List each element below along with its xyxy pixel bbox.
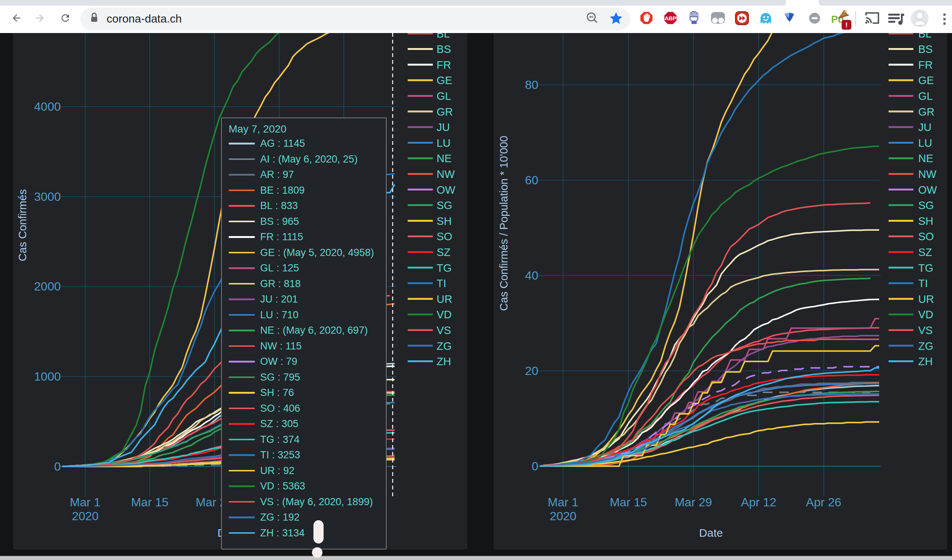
svg-text:Mar 1: Mar 1	[70, 495, 100, 509]
svg-text:NW: NW	[918, 168, 937, 180]
svg-text:Apr 12: Apr 12	[741, 495, 776, 509]
svg-text:GE: GE	[437, 74, 452, 86]
svg-text:TI: TI	[918, 278, 928, 289]
svg-text:VD: VD	[918, 309, 933, 321]
svg-text:SO: SO	[437, 230, 452, 242]
svg-text:2000: 2000	[34, 280, 61, 293]
svg-text:Cas Confirmés: Cas Confirmés	[17, 189, 29, 261]
svg-text:ZG: ZG	[918, 340, 933, 352]
svg-text:FR: FR	[918, 59, 933, 71]
svg-text:40: 40	[525, 269, 538, 282]
svg-text:JU: JU	[437, 121, 450, 133]
svg-text:GL: GL	[918, 90, 933, 102]
svg-text:TI: TI	[437, 278, 446, 289]
svg-text:0: 0	[532, 460, 538, 473]
svg-text:corona-data.ch: corona-data.ch	[107, 12, 182, 25]
svg-text:FR: FR	[437, 59, 451, 71]
svg-text:NE: NE	[437, 153, 451, 164]
svg-text:BL: BL	[918, 33, 931, 40]
svg-text:GR: GR	[918, 106, 935, 118]
svg-text:Mar 29: Mar 29	[675, 495, 712, 509]
svg-text:TG: TG	[918, 262, 933, 274]
svg-text:1000: 1000	[34, 370, 61, 383]
svg-text:4000: 4000	[34, 100, 61, 113]
svg-text:OW: OW	[437, 184, 456, 196]
svg-text:ZH: ZH	[918, 355, 933, 367]
svg-text:Date: Date	[699, 527, 723, 539]
svg-text:20: 20	[525, 364, 538, 378]
svg-text:NE: NE	[918, 153, 933, 164]
svg-text:Mar 15: Mar 15	[610, 495, 647, 509]
svg-text:VS: VS	[918, 324, 933, 336]
svg-text:GE: GE	[918, 74, 934, 86]
svg-text:NW: NW	[437, 168, 455, 180]
svg-text:BS: BS	[918, 43, 933, 55]
svg-text:VD: VD	[437, 309, 451, 321]
svg-text:SZ: SZ	[918, 246, 932, 258]
svg-text:3000: 3000	[34, 190, 61, 204]
svg-text:ZH: ZH	[437, 355, 451, 367]
svg-text:2020: 2020	[72, 509, 98, 523]
svg-text:SG: SG	[437, 199, 452, 211]
svg-text:SG: SG	[918, 199, 934, 211]
svg-text:VS: VS	[437, 324, 451, 336]
svg-text:BL: BL	[437, 33, 450, 40]
svg-text:LU: LU	[437, 137, 450, 149]
svg-text:UR: UR	[918, 293, 934, 305]
svg-text:80: 80	[525, 78, 538, 92]
svg-text:!: !	[845, 21, 848, 29]
svg-text:ABP: ABP	[665, 15, 677, 22]
svg-text:TG: TG	[437, 262, 451, 274]
svg-text:OW: OW	[918, 184, 937, 196]
svg-text:GR: GR	[437, 106, 453, 118]
svg-text:UR: UR	[437, 293, 452, 305]
svg-text:JU: JU	[918, 121, 931, 133]
svg-text:ZG: ZG	[437, 340, 451, 352]
svg-text:Mar 1: Mar 1	[548, 495, 578, 509]
svg-text:SH: SH	[437, 215, 451, 227]
svg-text:SO: SO	[918, 230, 934, 242]
svg-text:Cas Confirmés / Population * 1: Cas Confirmés / Population * 10'000	[498, 136, 510, 311]
svg-text:Mar 15: Mar 15	[131, 495, 168, 509]
svg-text:GL: GL	[437, 90, 451, 102]
svg-text:LU: LU	[918, 137, 932, 149]
svg-text:SZ: SZ	[437, 246, 450, 258]
svg-text:BS: BS	[437, 43, 451, 55]
svg-text:SH: SH	[918, 215, 933, 227]
svg-text:60: 60	[525, 173, 538, 187]
svg-text:0: 0	[54, 460, 61, 473]
svg-text:2020: 2020	[550, 509, 576, 523]
svg-text:Apr 26: Apr 26	[806, 495, 841, 509]
